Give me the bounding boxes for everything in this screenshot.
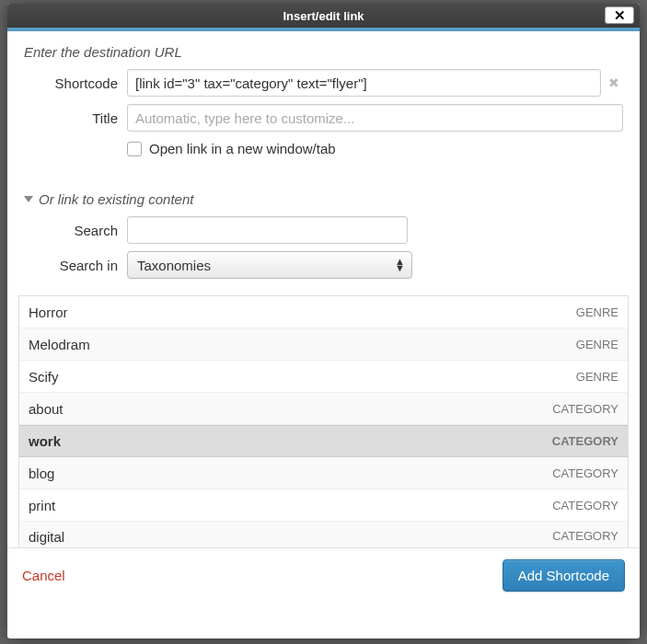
chevron-down-icon bbox=[24, 196, 33, 202]
title-row: Title bbox=[7, 100, 640, 135]
searchin-select-wrap: Taxonomies ▲▼ bbox=[127, 251, 412, 279]
destination-heading: Enter the destination URL bbox=[7, 31, 640, 65]
cancel-button[interactable]: Cancel bbox=[22, 568, 65, 583]
newtab-checkbox[interactable] bbox=[127, 142, 142, 156]
result-type: CATEGORY bbox=[552, 402, 618, 416]
search-row: Search bbox=[7, 213, 640, 247]
results-list: HorrorGENREMelodramGENREScifyGENREaboutC… bbox=[18, 295, 629, 547]
result-row[interactable]: MelodramGENRE bbox=[19, 328, 628, 361]
result-row[interactable]: digitalCATEGORY bbox=[19, 522, 628, 547]
newtab-row: Open link in a new window/tab bbox=[7, 135, 640, 169]
newtab-label: Open link in a new window/tab bbox=[149, 141, 336, 156]
result-row[interactable]: workCATEGORY bbox=[19, 425, 628, 457]
result-row[interactable]: aboutCATEGORY bbox=[19, 393, 628, 425]
result-type: CATEGORY bbox=[552, 529, 618, 543]
result-type: GENRE bbox=[576, 338, 618, 351]
searchin-select[interactable]: Taxonomies bbox=[127, 251, 412, 279]
searchin-row: Search in Taxonomies ▲▼ bbox=[7, 247, 640, 282]
existing-content-label: Or link to existing content bbox=[39, 191, 193, 207]
insert-link-dialog: Insert/edit link ✕ Enter the destination… bbox=[7, 4, 640, 638]
close-icon: ✕ bbox=[614, 7, 626, 24]
search-input[interactable] bbox=[127, 216, 408, 244]
result-type: CATEGORY bbox=[552, 466, 618, 480]
result-name: about bbox=[29, 401, 64, 417]
clear-shortcode-icon[interactable]: ✖ bbox=[608, 75, 623, 90]
result-name: Melodram bbox=[29, 337, 90, 352]
title-label: Title bbox=[24, 110, 127, 126]
result-type: CATEGORY bbox=[552, 434, 618, 448]
result-name: Scify bbox=[29, 369, 59, 385]
dialog-footer: Cancel Add Shortcode bbox=[7, 547, 640, 604]
dialog-title: Insert/edit link bbox=[283, 9, 364, 23]
result-row[interactable]: ScifyGENRE bbox=[19, 361, 628, 393]
result-name: digital bbox=[29, 529, 64, 545]
result-name: work bbox=[29, 433, 61, 449]
dialog-body: Enter the destination URL Shortcode ✖ Ti… bbox=[7, 31, 640, 638]
result-type: CATEGORY bbox=[552, 499, 618, 512]
result-name: blog bbox=[29, 466, 54, 481]
title-input[interactable] bbox=[127, 104, 623, 132]
shortcode-input[interactable] bbox=[127, 69, 601, 97]
result-name: Horror bbox=[29, 305, 68, 320]
shortcode-label: Shortcode bbox=[24, 75, 127, 91]
result-row[interactable]: printCATEGORY bbox=[19, 489, 628, 522]
close-button[interactable]: ✕ bbox=[605, 6, 634, 24]
search-label: Search bbox=[24, 223, 127, 238]
result-row[interactable]: HorrorGENRE bbox=[19, 296, 628, 328]
result-type: GENRE bbox=[576, 305, 618, 319]
dialog-titlebar: Insert/edit link ✕ bbox=[7, 4, 640, 31]
existing-content-heading[interactable]: Or link to existing content bbox=[7, 169, 640, 213]
result-row[interactable]: blogCATEGORY bbox=[19, 457, 628, 489]
searchin-label: Search in bbox=[24, 258, 127, 273]
shortcode-row: Shortcode ✖ bbox=[7, 65, 640, 100]
result-name: print bbox=[29, 498, 55, 513]
result-type: GENRE bbox=[576, 370, 618, 384]
add-shortcode-button[interactable]: Add Shortcode bbox=[503, 559, 625, 592]
